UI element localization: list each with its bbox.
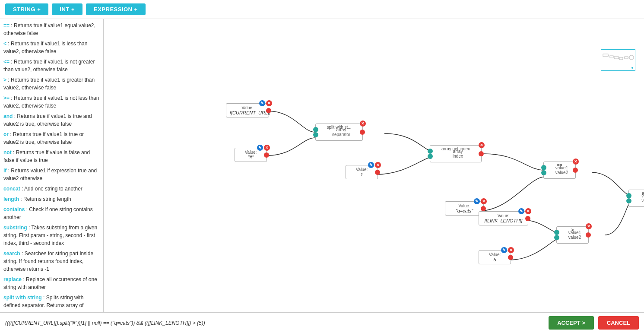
link-length-node[interactable]: ✎ ✕ Value: [[LINK_LENGTH]]	[479, 211, 528, 225]
sidebar-keyword-not[interactable]: not	[3, 149, 12, 155]
link-length-edit-btn[interactable]: ✎	[518, 208, 524, 214]
value5-node[interactable]: ✎ ✕ Value: 5	[479, 250, 511, 264]
sidebar-keyword-search[interactable]: search	[3, 251, 20, 257]
sidebar-desc-gte: : Returns true if value1 is not less tha…	[3, 95, 99, 109]
link-length-delete-btn[interactable]: ✕	[525, 208, 531, 214]
sidebar-keyword-eq[interactable]: ==	[3, 22, 10, 29]
accept-button[interactable]: ACCEPT >	[549, 316, 594, 330]
sidebar-desc-or: : Returns true if value1 is true or valu…	[3, 131, 84, 145]
eq-node[interactable]: ✕ value1 value2 ==	[543, 162, 576, 179]
qcats-delete-btn[interactable]: ✕	[481, 198, 487, 204]
split-sep-in-port[interactable]	[313, 132, 318, 137]
value5-edit-btn[interactable]: ✎	[501, 247, 507, 253]
sidebar-keyword-lte[interactable]: <=	[3, 59, 10, 65]
canvas-area[interactable]: ✎ ✕ Value: [[CURRENT_URL]] ✎ ✕ Value: "#…	[104, 19, 644, 312]
array-get-out-port[interactable]	[479, 151, 484, 156]
sidebar-item-not[interactable]: not : Returns true if value is false and…	[3, 149, 100, 164]
bottom-actions: ACCEPT > CANCEL	[549, 316, 639, 330]
array-get-index-port[interactable]	[428, 154, 433, 159]
sidebar-keyword-length[interactable]: length	[3, 196, 19, 202]
and-node[interactable]: ✕ value1 value2 and	[628, 190, 644, 207]
sidebar-keyword-if[interactable]: if	[3, 168, 6, 174]
hash-value-node[interactable]: ✎ ✕ Value: "#"	[235, 148, 267, 162]
sidebar-keyword-replace[interactable]: replace	[3, 276, 22, 282]
sidebar-keyword-contains[interactable]: contains	[3, 206, 25, 212]
sidebar-item-or[interactable]: or : Returns true if value1 is true or v…	[3, 130, 100, 146]
array-get-node[interactable]: ✕ array index array get index	[430, 145, 482, 162]
sidebar-item-gt[interactable]: > : Returns true if value1 is greater th…	[3, 76, 100, 92]
svg-rect-0	[603, 54, 608, 57]
sidebar-item-eq[interactable]: == : Returns true if value1 equal value2…	[3, 22, 100, 37]
sidebar-keyword-lt[interactable]: <	[3, 41, 6, 47]
sidebar-item-if[interactable]: if : Returns value1 if expression true a…	[3, 167, 100, 182]
link-length-out-port[interactable]	[525, 216, 530, 221]
split-node[interactable]: ✕ array separator split with st...	[315, 124, 363, 141]
split-out-port[interactable]	[360, 130, 365, 135]
sidebar-item-length[interactable]: length : Returns string length	[3, 195, 100, 203]
hash-edit-btn[interactable]: ✎	[257, 145, 263, 151]
sidebar-item-lt[interactable]: < : Returns true if value1 is less than …	[3, 40, 100, 55]
sidebar: == : Returns true if value1 equal value2…	[0, 19, 104, 312]
cancel-button[interactable]: CANCEL	[598, 316, 639, 330]
sidebar-keyword-gte[interactable]: >=	[3, 95, 10, 101]
current-url-delete-btn[interactable]: ✕	[266, 100, 272, 106]
hash-out-port[interactable]	[264, 152, 269, 158]
sidebar-keyword-concat[interactable]: concat	[3, 186, 20, 192]
eq-title: ==	[544, 163, 575, 168]
sidebar-item-substring[interactable]: substring : Takes substring from a given…	[3, 224, 100, 247]
sidebar-item-concat[interactable]: concat : Add one string to another	[3, 185, 100, 193]
sidebar-desc-gt: : Returns true if value1 is greater than…	[3, 77, 95, 91]
sidebar-keyword-or[interactable]: or	[3, 131, 9, 137]
top-toolbar: STRING + INT + EXPRESSION +	[0, 0, 644, 19]
value1-node[interactable]: ✎ ✕ Value: 1	[346, 165, 378, 179]
gt-out-port[interactable]	[586, 232, 591, 238]
sidebar-desc-if: : Returns value1 if expression true and …	[3, 168, 97, 181]
sidebar-item-replace[interactable]: replace : Replace all occurrences of one…	[3, 276, 100, 291]
current-url-out-port[interactable]	[266, 108, 271, 113]
svg-point-5	[629, 55, 634, 60]
sidebar-keyword-gt[interactable]: >	[3, 77, 6, 83]
svg-line-6	[608, 55, 610, 56]
current-url-edit-btn[interactable]: ✎	[259, 100, 265, 106]
gt-val2-port[interactable]	[554, 235, 559, 240]
sidebar-item-contains[interactable]: contains : Check if one string contains …	[3, 206, 100, 221]
value5-out-port[interactable]	[508, 255, 513, 260]
ag-index-label: index	[438, 154, 478, 159]
qcats-value: "q=cats"	[449, 208, 480, 213]
and-v2-label: value2	[637, 198, 644, 203]
int-plus-button[interactable]: INT +	[52, 3, 82, 15]
and-val2-port[interactable]	[626, 198, 631, 203]
gt-title: >	[557, 228, 588, 232]
sidebar-keyword-substring[interactable]: substring	[3, 225, 27, 231]
gt-node[interactable]: ✕ value1 value2 >	[556, 226, 589, 244]
value5-text: 5	[482, 257, 507, 262]
sidebar-desc-length: : Returns string length	[20, 196, 71, 202]
eq-out-port[interactable]	[573, 168, 578, 173]
value5-delete-btn[interactable]: ✕	[508, 247, 514, 253]
sidebar-desc-concat: : Add one string to another	[22, 186, 82, 192]
string-plus-button[interactable]: STRING +	[5, 3, 48, 15]
expression-display: (((([[CURRENT_URL]]).split("#"))[1] || n…	[5, 320, 549, 326]
sidebar-keyword-split[interactable]: split with string	[3, 295, 42, 301]
eq-val2-port[interactable]	[541, 170, 546, 175]
value1-delete-btn[interactable]: ✕	[375, 162, 381, 168]
sidebar-item-split[interactable]: split with string : Splits string with d…	[3, 294, 100, 309]
current-url-node[interactable]: ✎ ✕ Value: [[CURRENT_URL]]	[226, 103, 269, 117]
eq-v2-label: value2	[552, 170, 572, 175]
sidebar-keyword-and[interactable]: and	[3, 113, 13, 119]
sidebar-item-search[interactable]: search : Searches for string part inside…	[3, 250, 100, 273]
sidebar-item-gte[interactable]: >= : Returns true if value1 is not less …	[3, 94, 100, 110]
value1-text: 1	[349, 172, 374, 177]
sidebar-item-and[interactable]: and : Returns true if value1 is true and…	[3, 112, 100, 128]
qcats-node[interactable]: ✎ ✕ Value: "q=cats"	[445, 201, 484, 216]
hash-delete-btn[interactable]: ✕	[264, 145, 270, 151]
link-length-controls: ✎ ✕	[518, 208, 531, 214]
value1-edit-btn[interactable]: ✎	[368, 162, 374, 168]
qcats-out-port[interactable]	[481, 206, 486, 211]
sidebar-item-lte[interactable]: <= : Returns true if value1 is not great…	[3, 58, 100, 73]
expression-plus-button[interactable]: EXPRESSION +	[86, 3, 146, 15]
current-url-controls: ✎ ✕	[259, 100, 272, 106]
qcats-edit-btn[interactable]: ✎	[474, 198, 480, 204]
value1-out-port[interactable]	[375, 170, 380, 175]
sidebar-desc-lt: : Returns true if value1 is less than va…	[3, 41, 87, 54]
